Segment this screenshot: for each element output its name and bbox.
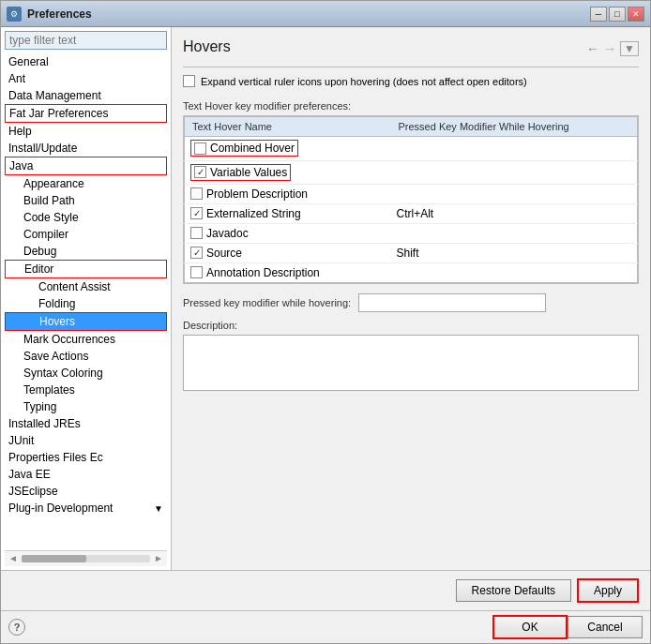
sidebar-item-plugin-development[interactable]: Plug-in Development ▼ [5, 500, 167, 517]
ok-button[interactable]: OK [492, 615, 568, 639]
combined-hover-label: Combined Hover [210, 142, 295, 155]
close-button[interactable]: ✕ [628, 7, 644, 22]
help-button[interactable]: ? [8, 619, 25, 636]
variable-values-row: Variable Values [190, 164, 291, 181]
hover-table: Text Hover Name Pressed Key Modifier Whi… [184, 116, 638, 283]
sidebar-item-general[interactable]: General [5, 53, 167, 70]
sidebar-item-templates[interactable]: Templates [5, 382, 167, 398]
nav-back-button[interactable]: ← [586, 41, 599, 56]
sidebar-item-help[interactable]: Help [5, 123, 167, 140]
sidebar-scroll-bar: ◄ ► [5, 550, 167, 566]
modifier-field-row: Pressed key modifier while hovering: [183, 293, 639, 312]
col-name-header: Text Hover Name [185, 117, 391, 137]
minimize-button[interactable]: ─ [590, 7, 607, 22]
sidebar-item-jseclipse[interactable]: JSEclipse [5, 483, 167, 500]
sidebar-item-compiler[interactable]: Compiler [5, 226, 167, 243]
main-content: General Ant Data Management Fat Jar Pref… [1, 27, 650, 570]
sidebar-item-install-update[interactable]: Install/Update [5, 140, 167, 157]
table-row: Javadoc [185, 223, 638, 243]
problem-description-label: Problem Description [206, 187, 308, 201]
description-label: Description: [183, 320, 639, 331]
help-bar: ? OK Cancel [1, 610, 650, 643]
table-row: Variable Values [185, 160, 638, 184]
sidebar-item-hovers[interactable]: Hovers [5, 312, 167, 331]
sidebar-item-content-assist[interactable]: Content Assist [5, 278, 167, 295]
sidebar-item-code-style[interactable]: Code Style [5, 209, 167, 226]
sidebar-item-typing[interactable]: Typing [5, 398, 167, 415]
problem-description-modifier [391, 184, 638, 203]
sidebar-item-mark-occurrences[interactable]: Mark Occurrences [5, 331, 167, 348]
title-bar-buttons: ─ □ ✕ [590, 7, 644, 22]
problem-description-checkbox[interactable] [190, 187, 203, 200]
annotation-description-checkbox[interactable] [190, 266, 203, 278]
externalized-string-checkbox[interactable] [190, 207, 203, 219]
title-divider [183, 67, 639, 67]
variable-values-label: Variable Values [210, 166, 287, 179]
table-header-row: Text Hover Name Pressed Key Modifier Whi… [185, 117, 638, 137]
sidebar-item-folding[interactable]: Folding [5, 295, 167, 312]
table-row: Combined Hover [185, 137, 638, 161]
table-row: Source Shift [185, 243, 638, 262]
variable-values-modifier [391, 160, 638, 184]
sidebar-item-ant[interactable]: Ant [5, 70, 167, 87]
col-modifier-header: Pressed Key Modifier While Hovering [391, 117, 638, 137]
sidebar-item-properties-files[interactable]: Properties Files Ec [5, 449, 167, 466]
scroll-right-arrow[interactable]: ► [154, 553, 163, 564]
window-icon: ⚙ [7, 7, 22, 22]
description-textarea[interactable] [183, 335, 639, 391]
sidebar-item-data-management[interactable]: Data Management [5, 87, 167, 104]
expand-checkbox-row: Expand vertical ruler icons upon hoverin… [183, 75, 639, 87]
sidebar-item-editor[interactable]: Editor [5, 260, 167, 278]
hover-table-container: Text Hover Name Pressed Key Modifier Whi… [183, 115, 639, 284]
externalized-string-label: Externalized String [206, 207, 301, 220]
bottom-bar: Restore Defaults Apply [1, 570, 650, 610]
title-bar: ⚙ Preferences ─ □ ✕ [1, 1, 650, 27]
modifier-field-input[interactable] [358, 293, 546, 312]
sidebar-item-java[interactable]: Java [5, 157, 167, 175]
table-row: Problem Description [185, 184, 638, 203]
annotation-description-modifier [391, 262, 638, 282]
sidebar-item-junit[interactable]: JUnit [5, 432, 167, 449]
preferences-window: ⚙ Preferences ─ □ ✕ General Ant Data Man… [0, 0, 651, 644]
sidebar-item-save-actions[interactable]: Save Actions [5, 348, 167, 365]
combined-hover-checkbox[interactable] [194, 142, 206, 155]
cancel-button[interactable]: Cancel [568, 616, 643, 638]
window-title: Preferences [27, 7, 584, 21]
modifier-field-label: Pressed key modifier while hovering: [183, 297, 351, 308]
restore-defaults-button[interactable]: Restore Defaults [456, 579, 571, 602]
source-modifier: Shift [391, 243, 638, 262]
variable-values-checkbox[interactable] [194, 166, 206, 178]
maximize-button[interactable]: □ [609, 7, 626, 22]
javadoc-modifier [391, 223, 638, 243]
sidebar-item-java-ee[interactable]: Java EE [5, 466, 167, 483]
externalized-string-modifier: Ctrl+Alt [391, 203, 638, 223]
source-checkbox[interactable] [190, 247, 203, 259]
sidebar-item-debug[interactable]: Debug [5, 243, 167, 260]
table-row: Annotation Description [185, 262, 638, 282]
sidebar-item-fat-jar[interactable]: Fat Jar Preferences [5, 104, 167, 123]
javadoc-checkbox[interactable] [190, 227, 203, 239]
combined-hover-row: Combined Hover [190, 140, 298, 157]
table-row: Externalized String Ctrl+Alt [185, 203, 638, 223]
panel-title: Hovers [183, 38, 586, 59]
expand-checkbox[interactable] [183, 75, 195, 87]
sidebar-item-installed-jres[interactable]: Installed JREs [5, 415, 167, 432]
source-label: Source [206, 247, 242, 260]
sidebar-item-build-path[interactable]: Build Path [5, 192, 167, 209]
table-label: Text Hover key modifier preferences: [183, 100, 639, 112]
right-panel: Hovers ← → ▼ Expand vertical ruler icons… [172, 27, 650, 570]
scroll-left-arrow[interactable]: ◄ [8, 553, 18, 564]
tree-container: General Ant Data Management Fat Jar Pref… [5, 53, 167, 550]
nav-controls: ← → ▼ [586, 41, 639, 56]
nav-forward-button[interactable]: → [603, 41, 616, 56]
expand-label: Expand vertical ruler icons upon hoverin… [201, 76, 527, 87]
scroll-thumb [22, 555, 86, 562]
nav-dropdown-button[interactable]: ▼ [620, 41, 639, 56]
javadoc-label: Javadoc [206, 227, 249, 240]
apply-button[interactable]: Apply [577, 578, 639, 603]
expand-arrow: ▼ [154, 503, 163, 514]
search-input[interactable] [5, 31, 167, 50]
sidebar-item-syntax-coloring[interactable]: Syntax Coloring [5, 365, 167, 382]
combined-hover-modifier [391, 137, 638, 161]
sidebar-item-appearance[interactable]: Appearance [5, 175, 167, 192]
